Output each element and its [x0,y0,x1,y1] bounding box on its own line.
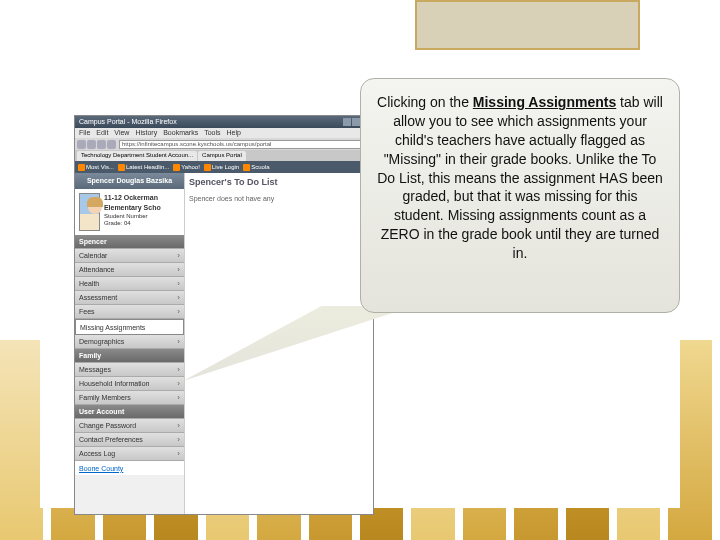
chevron-right-icon: › [177,307,180,316]
address-bar[interactable]: https://infinitecampus.scone.kyschools.u… [119,140,369,149]
tab[interactable]: Technology Department Student Accoun... [77,151,197,161]
chevron-right-icon: › [177,421,180,430]
back-button[interactable] [77,140,86,149]
home-button[interactable] [107,140,116,149]
chevron-right-icon: › [177,279,180,288]
slide-content: Campus Portal - Mozilla Firefox FileEdit… [40,78,680,508]
window-titlebar: Campus Portal - Mozilla Firefox [75,116,373,128]
sidebar-item-fees[interactable]: Fees› [75,305,184,319]
sidebar: Spencer Douglas Bazsika 11-12 Ockerman E… [75,173,185,514]
chevron-right-icon: › [177,435,180,444]
window-title: Campus Portal - Mozilla Firefox [79,118,177,126]
student-banner: Spencer Douglas Bazsika [75,173,184,189]
chevron-right-icon: › [177,393,180,402]
bookmarks-bar: Most Vis... Latest Headlin... Yahoo! Liv… [75,161,373,173]
nav-header-family: Family [75,349,184,363]
todo-list-empty-text: Spencer does not have any [189,195,369,202]
grade-label: Grade: 04 [104,220,180,228]
bookmark[interactable]: Latest Headlin... [118,164,169,171]
chevron-right-icon: › [177,265,180,274]
sidebar-item-contact-preferences[interactable]: Contact Preferences› [75,433,184,447]
nav-header-user-account: User Account [75,405,184,419]
chevron-right-icon: › [177,293,180,302]
sidebar-item-change-password[interactable]: Change Password› [75,419,184,433]
bookmark[interactable]: Yahoo! [173,164,200,171]
callout-text-bold: Missing Assignments [473,94,616,110]
chevron-right-icon: › [177,449,180,458]
student-info: 11-12 Ockerman Elementary Scho Student N… [75,189,184,235]
callout-text-pre: Clicking on the [377,94,473,110]
sidebar-item-household[interactable]: Household Information› [75,377,184,391]
sidebar-item-attendance[interactable]: Attendance› [75,263,184,277]
sidebar-item-messages[interactable]: Messages› [75,363,184,377]
chevron-right-icon: › [177,365,180,374]
sidebar-item-assessment[interactable]: Assessment› [75,291,184,305]
forward-button[interactable] [87,140,96,149]
todo-list-title: Spencer's To Do List [189,177,369,187]
callout-bubble: Clicking on the Missing Assignments tab … [360,78,680,313]
page-content: Spencer Douglas Bazsika 11-12 Ockerman E… [75,173,373,514]
sidebar-item-calendar[interactable]: Calendar› [75,249,184,263]
student-photo [79,193,100,231]
sidebar-link-district[interactable]: Boone County [75,461,184,475]
sidebar-item-demographics[interactable]: Demographics› [75,335,184,349]
chevron-right-icon: › [177,337,180,346]
tab[interactable]: Campus Portal [198,151,246,161]
tab-strip: Technology Department Student Accoun... … [75,150,373,161]
toolbar: https://infinitecampus.scone.kyschools.u… [75,138,373,150]
bookmark[interactable]: Scuola [243,164,269,171]
bookmark[interactable]: Most Vis... [78,164,114,171]
chevron-right-icon: › [177,379,180,388]
chevron-right-icon: › [177,251,180,260]
sidebar-item-access-log[interactable]: Access Log› [75,447,184,461]
menu-bar[interactable]: FileEditViewHistoryBookmarksToolsHelp [75,128,373,138]
school-name: 11-12 Ockerman Elementary Scho [104,194,161,211]
sidebar-item-missing-assignments[interactable]: Missing Assignments [75,319,184,335]
sidebar-item-family-members[interactable]: Family Members› [75,391,184,405]
student-number-label: Student Number [104,213,180,221]
bookmark[interactable]: Live Login [204,164,239,171]
callout-text-post: tab will allow you to see which assignme… [377,94,663,261]
reload-button[interactable] [97,140,106,149]
title-placeholder [415,0,640,50]
nav-header-student: Spencer [75,235,184,249]
sidebar-item-health[interactable]: Health› [75,277,184,291]
